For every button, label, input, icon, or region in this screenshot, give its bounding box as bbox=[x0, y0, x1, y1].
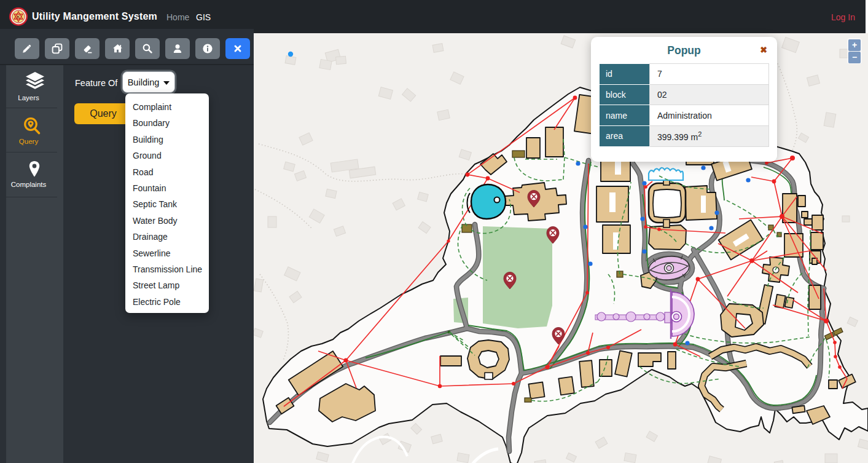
svg-text:K: K bbox=[17, 14, 20, 20]
